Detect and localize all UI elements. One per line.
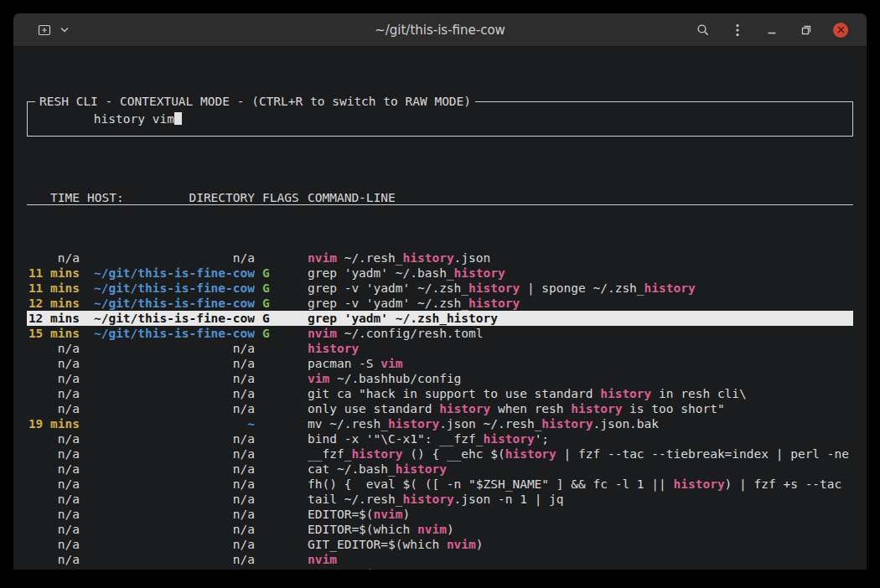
cell-time: n/a — [27, 431, 80, 446]
command-text: .json ~/.resh_ — [439, 417, 541, 431]
command-text: ) — [403, 508, 411, 521]
cell-flags — [262, 416, 300, 431]
cell-flags — [262, 356, 300, 371]
command-text: when resh — [490, 402, 571, 415]
cell-flags — [262, 477, 300, 492]
match-highlight: history — [674, 477, 725, 491]
terminal-content[interactable]: RESH CLI - CONTEXTUAL MODE - (CTRL+R to … — [13, 47, 867, 570]
cell-flags — [262, 431, 300, 446]
history-row[interactable]: n/an/aEDITOR=$(which nvim) — [27, 522, 853, 537]
search-query-text: history vim — [94, 112, 174, 126]
table-header: TIME HOST: DIRECTORY FLAGS COMMAND-LINE — [27, 190, 853, 205]
history-row[interactable]: 11 mins~/git/this-is-fine-cowGgrep 'yadm… — [27, 266, 853, 281]
header-directory: DIRECTORY — [189, 190, 255, 204]
history-row[interactable]: n/an/acat ~/.bash_history — [27, 462, 853, 477]
cell-host-directory: ~/git/this-is-fine-cow — [87, 296, 255, 311]
header-flags: FLAGS — [262, 190, 300, 204]
close-button[interactable] — [830, 19, 852, 41]
cell-host-directory: n/a — [87, 386, 255, 401]
history-row[interactable]: 15 mins~/git/this-is-fine-cowGnvim ~/.co… — [27, 326, 853, 341]
cell-flags — [262, 492, 300, 507]
cell-flags — [262, 552, 300, 567]
match-highlight: nvim — [308, 327, 337, 340]
command-text: ) — [447, 523, 454, 536]
cell-host-directory: ~ — [87, 416, 255, 431]
cell-command: nvim ~/.resh_history.json — [308, 250, 853, 266]
history-row[interactable]: n/an/anvim ~/.resh_history.json — [27, 250, 853, 266]
cell-host-directory: n/a — [87, 522, 255, 537]
cell-flags: G — [262, 266, 300, 281]
restore-button[interactable] — [795, 19, 817, 41]
header-host-directory: HOST: DIRECTORY — [87, 190, 255, 204]
resh-search-box: RESH CLI - CONTEXTUAL MODE - (CTRL+R to … — [27, 101, 853, 137]
cell-command: grep -v 'yadm' ~/.zsh_history | sponge ~… — [308, 281, 853, 296]
cell-host-directory: n/a — [87, 341, 255, 356]
match-highlight: history — [484, 432, 535, 446]
cell-command: grep 'yadm' ~/.bash_history — [308, 266, 853, 281]
text-cursor — [174, 112, 182, 125]
cell-time: n/a — [27, 356, 80, 371]
command-text: EDITOR=$( — [308, 508, 374, 521]
command-text: git ca "hack in support to use standard — [308, 387, 600, 400]
match-highlight: nvim — [447, 538, 476, 551]
cell-host-directory: n/a — [87, 567, 255, 570]
command-text: tail ~/.resh_ — [308, 493, 403, 506]
history-row[interactable]: n/an/anvim — [27, 552, 853, 567]
cell-host-directory: n/a — [87, 537, 255, 552]
history-row[interactable]: n/an/avim ~/.bashhub/config — [27, 371, 853, 386]
match-highlight: vim — [308, 372, 329, 385]
cell-time: n/a — [27, 401, 80, 416]
cell-command: tail ~/.resh_history.json -n 1 | jq — [308, 492, 853, 507]
close-icon — [833, 23, 848, 38]
cell-flags: G — [262, 281, 300, 296]
cell-host-directory: n/a — [87, 356, 255, 371]
history-row[interactable]: n/an/ahistory — [27, 341, 853, 356]
cell-command: git ca "hack in support to use standard … — [308, 386, 853, 401]
history-row[interactable]: 12 mins~/git/this-is-fine-cowGgrep -v 'y… — [27, 296, 853, 311]
cell-command: pacman -S vim — [308, 356, 853, 371]
history-row[interactable]: n/an/agit ca "hack in support to use sta… — [27, 386, 853, 401]
command-text: GIT_EDITOR=$(which — [308, 538, 447, 551]
match-highlight: history — [308, 342, 359, 355]
cell-command: EDITOR=$(which nvim) — [308, 522, 853, 537]
history-row-selected[interactable]: 12 mins~/git/this-is-fine-cowGgrep 'yadm… — [27, 311, 853, 326]
cell-time: 19 mins — [27, 416, 80, 431]
menu-button[interactable] — [727, 19, 748, 41]
cell-host-directory: n/a — [87, 401, 255, 416]
cell-host-directory: n/a — [87, 507, 255, 522]
match-highlight: nvim — [417, 523, 447, 536]
history-row[interactable]: n/an/abind -x '"\C-x1": __fzf_history'; — [27, 431, 853, 446]
cell-command: bind -x '"\C-x1": __fzf_history'; — [308, 431, 853, 446]
history-row[interactable]: n/an/aGIT_EDITOR=$(which nvim) — [27, 537, 853, 552]
match-highlight: history — [454, 266, 505, 280]
history-row[interactable]: n/an/aonly use standard history when res… — [27, 401, 853, 416]
new-tab-dropdown-button[interactable] — [58, 19, 71, 41]
command-text: bind -x '"\C-x1": __fzf_ — [308, 432, 484, 446]
cell-command: mv ~/.resh_history.json ~/.resh_history.… — [308, 416, 853, 431]
history-row[interactable]: 19 mins~mv ~/.resh_history.json ~/.resh_… — [27, 416, 853, 431]
match-highlight: history — [388, 417, 439, 431]
history-row[interactable]: n/an/atail ~/.resh_history.json -n 1 | j… — [27, 492, 853, 507]
history-row[interactable]: n/an/afh() { eval $( ([ -n "$ZSH_NAME" ]… — [27, 477, 853, 492]
history-row[interactable]: n/an/aEDITOR=$(nvim) — [27, 507, 853, 522]
history-row[interactable]: n/an/awhich nvim — [27, 567, 853, 570]
match-highlight: history — [468, 281, 520, 295]
cell-host-directory: n/a — [87, 446, 255, 462]
history-row[interactable]: n/an/a__fzf_history () { __ehc $(history… — [27, 446, 853, 462]
match-highlight: history — [403, 493, 454, 506]
minimize-button[interactable] — [761, 19, 783, 41]
cell-command: grep -v 'yadm' ~/.zsh_history — [308, 296, 853, 311]
command-text: | fzf --tac --tiebreak=index | perl -ne — [556, 447, 849, 461]
cell-host-directory: n/a — [87, 552, 255, 567]
match-highlight: history — [600, 387, 651, 400]
titlebar[interactable]: ~/git/this-is-fine-cow — [13, 13, 867, 47]
search-box-label: RESH CLI - CONTEXTUAL MODE - (CTRL+R to … — [35, 94, 475, 109]
cell-flags — [262, 522, 300, 537]
history-row[interactable]: n/an/apacman -S vim — [27, 356, 853, 371]
table-rows: n/an/anvim ~/.resh_history.json11 mins~/… — [27, 250, 853, 570]
cell-command: only use standard history when resh hist… — [308, 401, 853, 416]
search-button[interactable] — [692, 19, 714, 41]
new-tab-button[interactable] — [34, 19, 55, 41]
cell-host-directory: n/a — [87, 431, 255, 446]
history-row[interactable]: 11 mins~/git/this-is-fine-cowGgrep -v 'y… — [27, 281, 853, 296]
